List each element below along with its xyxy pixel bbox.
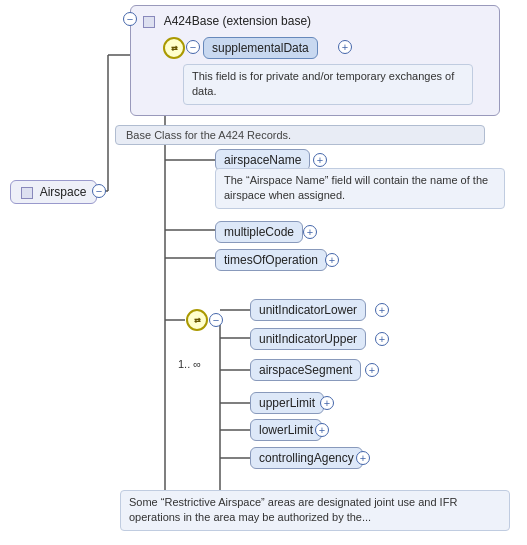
unit-indicator-upper-node[interactable]: unitIndicatorUpper [250, 328, 366, 350]
unit-indicator-upper-plus[interactable]: + [375, 332, 389, 346]
airspace-icon [21, 187, 33, 199]
multiplicity-label: 1.. ∞ [178, 358, 201, 370]
ext-base-box: − A424Base (extension base) ⇄ − suppleme… [130, 5, 500, 116]
lower-limit-plus[interactable]: + [315, 423, 329, 437]
base-class-desc: Base Class for the A424 Records. [115, 125, 485, 145]
airspace-name-desc: The “Airspace Name” field will contain t… [215, 168, 505, 209]
supplemental-data-node[interactable]: supplementalData [203, 37, 318, 59]
times-of-operation-node[interactable]: timesOfOperation [215, 249, 327, 271]
supplemental-data-icon: ⇄ [163, 37, 185, 59]
airspace-segment-node[interactable]: airspaceSegment [250, 359, 361, 381]
airspace-segment-plus[interactable]: + [365, 363, 379, 377]
supplemental-collapse[interactable]: − [186, 40, 200, 54]
upper-limit-plus[interactable]: + [320, 396, 334, 410]
ext-base-label: A424Base (extension base) [164, 14, 311, 28]
controlling-agency-node[interactable]: controllingAgency [250, 447, 363, 469]
unit-indicator-lower-node[interactable]: unitIndicatorLower [250, 299, 366, 321]
bottom-desc: Some “Restrictive Airspace” areas are de… [120, 490, 510, 531]
multiple-code-plus[interactable]: + [303, 225, 317, 239]
airspace-name-plus[interactable]: + [313, 153, 327, 167]
supplemental-desc: This field is for private and/or tempora… [183, 64, 473, 105]
times-of-operation-plus[interactable]: + [325, 253, 339, 267]
upper-limit-node[interactable]: upperLimit [250, 392, 324, 414]
controlling-agency-plus[interactable]: + [356, 451, 370, 465]
ext-base-icon [143, 16, 155, 28]
lower-limit-node[interactable]: lowerLimit [250, 419, 322, 441]
multiple-code-node[interactable]: multipleCode [215, 221, 303, 243]
supplemental-data-plus[interactable]: + [338, 40, 352, 54]
diagram-container: − A424Base (extension base) ⇄ − suppleme… [0, 0, 527, 545]
unit-indicator-lower-plus[interactable]: + [375, 303, 389, 317]
group2-minus[interactable]: − [209, 313, 223, 327]
ext-base-collapse-button[interactable]: − [123, 12, 137, 26]
airspace-minus[interactable]: − [92, 184, 106, 198]
group2-icon: ⇄ [186, 309, 208, 331]
airspace-node[interactable]: Airspace [10, 180, 97, 204]
